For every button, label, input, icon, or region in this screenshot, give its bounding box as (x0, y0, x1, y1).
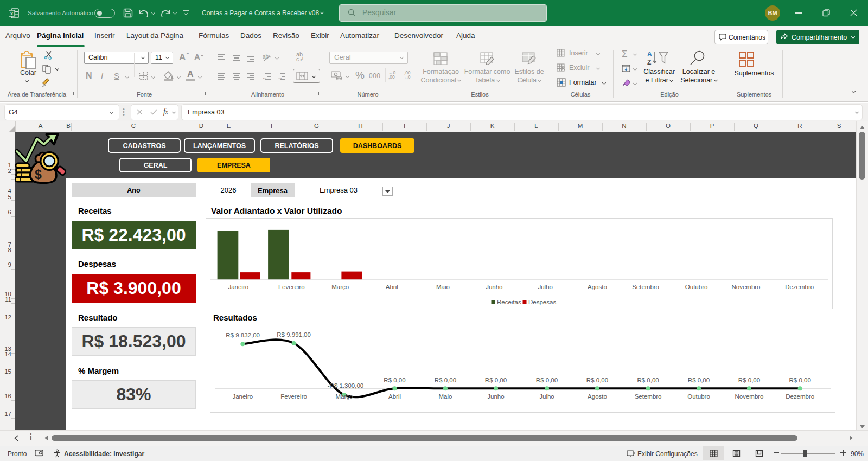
svg-text:R$ 0,00: R$ 0,00 (536, 377, 558, 383)
svg-text:Z: Z (647, 59, 651, 66)
svg-text:R$ 0,00: R$ 0,00 (485, 377, 507, 383)
svg-text:Setembro: Setembro (632, 284, 659, 290)
svg-text:R$ 0,00: R$ 0,00 (688, 377, 710, 383)
svg-text:R$ 0,00: R$ 0,00 (384, 377, 405, 383)
svg-text:Junho: Junho (487, 393, 504, 400)
svg-text:Agosto: Agosto (588, 284, 607, 290)
svg-text:Maio: Maio (436, 284, 450, 290)
svg-text:Fevereiro: Fevereiro (278, 284, 305, 290)
svg-text:R$ 9.991,00: R$ 9.991,00 (277, 331, 311, 338)
svg-text:A: A (647, 50, 652, 58)
svg-text:x: x (10, 11, 13, 16)
svg-text:Dezembro: Dezembro (786, 393, 814, 400)
svg-text:R$ 0,00: R$ 0,00 (586, 377, 608, 383)
svg-text:$: $ (35, 168, 42, 182)
svg-text:R$ 9.832,00: R$ 9.832,00 (226, 332, 260, 338)
svg-text:Março: Março (331, 284, 349, 290)
svg-text:-R$ 1.300,00: -R$ 1.300,00 (328, 382, 364, 389)
svg-text:Receitas: Receitas (497, 299, 521, 305)
svg-text:Julho: Julho (539, 393, 554, 400)
svg-text:Setembro: Setembro (635, 393, 662, 400)
svg-text:Outubro: Outubro (685, 284, 708, 290)
svg-text:Abril: Abril (388, 393, 401, 400)
svg-text:Junho: Junho (486, 284, 502, 290)
svg-text:Dezembro: Dezembro (785, 284, 814, 290)
svg-text:R$ 0,00: R$ 0,00 (738, 377, 760, 383)
svg-text:Janeiro: Janeiro (228, 284, 248, 290)
svg-text:R$ 0,00: R$ 0,00 (435, 377, 456, 383)
svg-text:Novembro: Novembro (735, 393, 763, 400)
svg-text:Março: Março (335, 393, 353, 400)
svg-text:Agosto: Agosto (588, 393, 607, 400)
svg-text:Despesas: Despesas (528, 299, 556, 305)
svg-text:Julho: Julho (538, 284, 553, 290)
svg-text:Maio: Maio (439, 393, 452, 400)
svg-text:Novembro: Novembro (731, 284, 760, 290)
svg-text:Janeiro: Janeiro (232, 393, 253, 400)
svg-text:R$ 0,00: R$ 0,00 (637, 377, 659, 383)
svg-text:Outubro: Outubro (687, 393, 710, 400)
svg-text:Fevereiro: Fevereiro (280, 393, 307, 400)
svg-text:Abril: Abril (386, 284, 398, 290)
svg-text:ab: ab (263, 54, 269, 60)
svg-text:R$ 0,00: R$ 0,00 (789, 377, 811, 383)
